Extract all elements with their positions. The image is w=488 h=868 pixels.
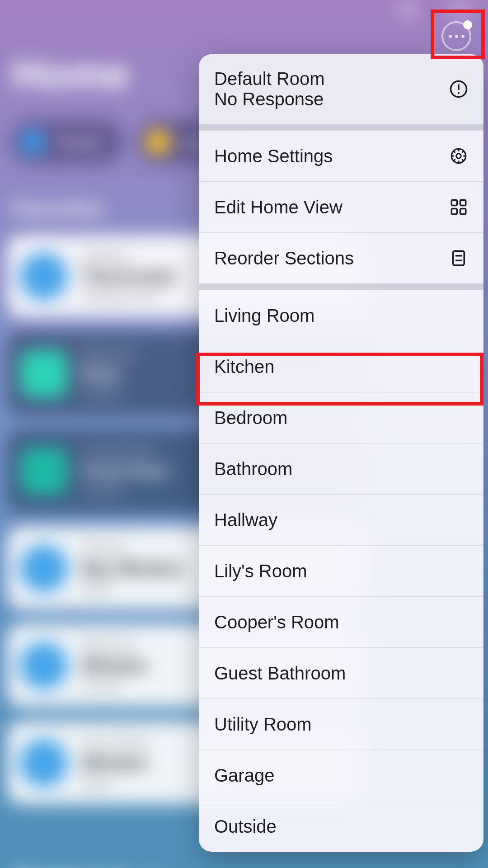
menu-item-label: Kitchen <box>214 357 274 377</box>
menu-room-bathroom[interactable]: Bathroom <box>199 443 483 494</box>
menu-room-bedroom[interactable]: Bedroom <box>199 392 483 443</box>
menu-item-label: Reorder Sections <box>214 248 354 269</box>
gear-icon <box>449 146 468 165</box>
svg-rect-16 <box>460 209 466 214</box>
menu-item-reorder-sections[interactable]: Reorder Sections <box>199 232 483 283</box>
menu-room-kitchen[interactable]: Kitchen <box>199 341 483 392</box>
more-icon <box>441 21 471 51</box>
menu-header-default-room[interactable]: Default Room No Response <box>199 54 483 124</box>
svg-line-9 <box>454 151 455 153</box>
alert-icon <box>449 80 468 99</box>
menu-room-utility-room[interactable]: Utility Room <box>199 698 483 750</box>
menu-item-label: Guest Bathroom <box>214 663 346 684</box>
favorites-heading: Favorites <box>11 197 104 221</box>
menu-room-coopers-room[interactable]: Cooper's Room <box>199 596 483 647</box>
svg-rect-14 <box>460 200 466 205</box>
svg-rect-13 <box>451 200 457 205</box>
menu-header-status: No Response <box>214 89 325 109</box>
menu-item-label: Home Settings <box>214 146 333 166</box>
svg-point-4 <box>456 154 461 159</box>
menu-header-title: Default Room <box>214 69 325 89</box>
menu-item-label: Living Room <box>214 306 314 326</box>
menu-room-living-room[interactable]: Living Room <box>199 290 483 341</box>
menu-item-label: Hallway <box>214 510 277 530</box>
menu-room-garage[interactable]: Garage <box>199 750 483 801</box>
svg-line-10 <box>462 159 464 161</box>
menu-item-label: Garage <box>214 765 274 786</box>
menu-room-guest-bathroom[interactable]: Guest Bathroom <box>199 647 483 698</box>
menu-room-hallway[interactable]: Hallway <box>199 494 483 545</box>
menu-item-label: Cooper's Room <box>214 612 339 632</box>
svg-line-12 <box>462 151 464 153</box>
menu-item-label: Utility Room <box>214 714 312 735</box>
more-button[interactable] <box>434 14 479 59</box>
page-title: Home <box>11 50 130 99</box>
menu-item-home-settings[interactable]: Home Settings <box>199 130 483 181</box>
menu-room-lilys-room[interactable]: Lily's Room <box>199 545 483 596</box>
menu-item-label: Outside <box>214 816 277 837</box>
menu-item-label: Bathroom <box>214 459 292 479</box>
svg-rect-17 <box>453 251 465 265</box>
menu-item-label: Bedroom <box>214 408 287 428</box>
menu-room-outside[interactable]: Outside <box>199 801 483 852</box>
menu-item-label: Edit Home View <box>214 197 343 217</box>
menu-item-edit-home-view[interactable]: Edit Home View <box>199 181 483 232</box>
menu-item-label: Lily's Room <box>214 561 307 581</box>
svg-rect-15 <box>451 209 457 214</box>
svg-point-2 <box>458 92 460 94</box>
context-menu: Default Room No Response Home Settings E… <box>199 54 483 852</box>
svg-line-11 <box>454 159 455 161</box>
list-icon <box>449 249 468 268</box>
cameras-heading: Cameras <box>11 863 155 868</box>
grid-icon <box>449 198 468 217</box>
